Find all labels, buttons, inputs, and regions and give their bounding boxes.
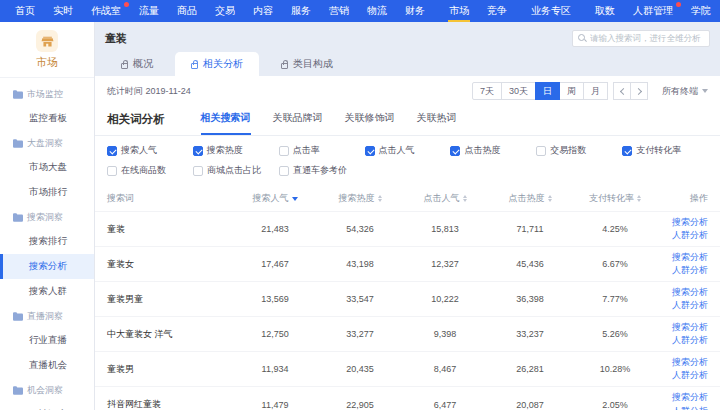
tab-category-composition[interactable]: 类目构成 bbox=[265, 52, 349, 76]
crowd-analysis-link[interactable]: 人群分析 bbox=[662, 369, 709, 382]
chevron-right-icon bbox=[634, 87, 641, 94]
sidebar-item-live-opportunity[interactable]: 直播机会 bbox=[0, 353, 94, 378]
subtab-hot-words[interactable]: 关联热词 bbox=[417, 111, 457, 135]
nav-item-finance[interactable]: 财务 bbox=[396, 0, 434, 22]
checkbox-checked-icon bbox=[622, 146, 632, 156]
crowd-analysis-link[interactable]: 人群分析 bbox=[662, 229, 709, 242]
search-analysis-link[interactable]: 搜索分析 bbox=[662, 216, 709, 229]
nav-item-traffic[interactable]: 流量 bbox=[130, 0, 168, 22]
col-pay-rate[interactable]: 支付转化率 bbox=[573, 186, 658, 212]
keyword-search-box bbox=[572, 30, 710, 47]
table-row: 童装男童 13,569 33,547 10,222 36,398 7.77% 搜… bbox=[95, 282, 720, 317]
subtab-modifier-words[interactable]: 关联修饰词 bbox=[345, 111, 395, 135]
crowd-analysis-link[interactable]: 人群分析 bbox=[662, 405, 709, 410]
checkbox-search-pop[interactable]: 搜索人气 bbox=[107, 144, 193, 157]
actions-cell: 搜索分析 人群分析 bbox=[658, 387, 720, 410]
keyword-cell[interactable]: 童装男童 bbox=[95, 282, 233, 317]
nav-item-content[interactable]: 内容 bbox=[244, 0, 282, 22]
keyword-cell[interactable]: 童装 bbox=[95, 212, 233, 247]
terminal-dropdown[interactable]: 所有终端 bbox=[662, 85, 708, 98]
nav-item-academy[interactable]: 学院 bbox=[682, 0, 720, 22]
checkbox-mall-click-share[interactable]: 商城点击占比 bbox=[193, 164, 279, 177]
range-month-button[interactable]: 月 bbox=[583, 82, 608, 100]
col-search-pop[interactable]: 搜索人气 bbox=[233, 186, 318, 212]
tab-label: 概况 bbox=[133, 57, 153, 71]
nav-item-products[interactable]: 商品 bbox=[168, 0, 206, 22]
click-heat-cell: 71,711 bbox=[488, 212, 573, 247]
checkbox-label: 在线商品数 bbox=[121, 164, 166, 177]
nav-label: 业务专区 bbox=[531, 5, 571, 16]
crowd-analysis-link[interactable]: 人群分析 bbox=[662, 334, 709, 347]
pay-rate-cell: 6.67% bbox=[573, 247, 658, 282]
table-row: 童装 21,483 54,326 15,813 71,711 4.25% 搜索分… bbox=[95, 212, 720, 247]
sidebar-item-search-crowd[interactable]: 搜索人群 bbox=[0, 279, 94, 304]
page-title: 童装 bbox=[105, 31, 127, 46]
metric-row-2: 在线商品数 商城点击占比 直通车参考价 bbox=[107, 164, 708, 177]
sidebar-item-industry-live[interactable]: 行业直播 bbox=[0, 328, 94, 353]
sidebar-item-market-overview[interactable]: 市场大盘 bbox=[0, 155, 94, 180]
tab-related-analysis[interactable]: 相关分析 bbox=[175, 52, 259, 76]
sidebar-item-search-ranking[interactable]: 搜索排行 bbox=[0, 229, 94, 254]
nav-item-marketing[interactable]: 营销 bbox=[320, 0, 358, 22]
subtab-related-search-words[interactable]: 相关搜索词 bbox=[201, 111, 251, 135]
nav-item-war-room[interactable]: 作战室 bbox=[82, 0, 130, 22]
nav-item-competition[interactable]: 竞争 bbox=[478, 0, 516, 22]
search-analysis-link[interactable]: 搜索分析 bbox=[662, 391, 709, 404]
search-analysis-link[interactable]: 搜索分析 bbox=[662, 356, 709, 369]
checkbox-pay-conversion[interactable]: 支付转化率 bbox=[622, 144, 708, 157]
sidebar-item-monitor-board[interactable]: 监控看板 bbox=[0, 106, 94, 131]
range-30d-button[interactable]: 30天 bbox=[501, 82, 536, 100]
nav-item-business-zone[interactable]: 业务专区 bbox=[522, 0, 580, 22]
click-pop-cell: 10,222 bbox=[403, 282, 488, 317]
sidebar-item-market-ranking[interactable]: 市场排行 bbox=[0, 180, 94, 205]
search-analysis-link[interactable]: 搜索分析 bbox=[662, 251, 709, 264]
sidebar-item-search-analysis[interactable]: 搜索分析 bbox=[0, 254, 94, 279]
red-dot-badge bbox=[124, 2, 129, 7]
search-analysis-link[interactable]: 搜索分析 bbox=[662, 286, 709, 299]
prev-date-button[interactable] bbox=[613, 82, 631, 100]
subtab-brand-words[interactable]: 关联品牌词 bbox=[273, 111, 323, 135]
menu-group-label: 机会洞察 bbox=[27, 384, 63, 397]
nav-item-realtime[interactable]: 实时 bbox=[44, 0, 82, 22]
search-analysis-link[interactable]: 搜索分析 bbox=[662, 321, 709, 334]
table-row: 童装男 11,934 20,435 8,467 26,281 10.28% 搜索… bbox=[95, 352, 720, 387]
checkbox-online-items[interactable]: 在线商品数 bbox=[107, 164, 193, 177]
sidebar-item-attribute-insight[interactable]: 属性洞察 bbox=[0, 402, 94, 410]
col-click-heat[interactable]: 点击热度 bbox=[488, 186, 573, 212]
menu-item-label: 直播机会 bbox=[29, 359, 67, 370]
checkbox-click-pop[interactable]: 点击人气 bbox=[365, 144, 451, 157]
keyword-cell[interactable]: 童装女 bbox=[95, 247, 233, 282]
next-date-button[interactable] bbox=[630, 82, 648, 100]
checkbox-trade-index[interactable]: 交易指数 bbox=[536, 144, 622, 157]
nav-item-crowd-management[interactable]: 人群管理 bbox=[624, 0, 682, 22]
checkbox-ztc-ref-price[interactable]: 直通车参考价 bbox=[279, 164, 365, 177]
keyword-cell[interactable]: 童装男 bbox=[95, 352, 233, 387]
col-click-pop[interactable]: 点击人气 bbox=[403, 186, 488, 212]
nav-item-service[interactable]: 服务 bbox=[282, 0, 320, 22]
tab-overview[interactable]: 概况 bbox=[105, 52, 169, 76]
crowd-analysis-link[interactable]: 人群分析 bbox=[662, 264, 709, 277]
range-day-button[interactable]: 日 bbox=[535, 82, 560, 100]
title-row: 童装 bbox=[105, 27, 710, 49]
crowd-analysis-link[interactable]: 人群分析 bbox=[662, 299, 709, 312]
search-input[interactable] bbox=[590, 33, 704, 43]
checkbox-search-heat[interactable]: 搜索热度 bbox=[193, 144, 279, 157]
nav-label: 学院 bbox=[691, 5, 711, 16]
nav-item-trade[interactable]: 交易 bbox=[206, 0, 244, 22]
metric-row-1: 搜索人气 搜索热度 点击率 点击人气 点击热度 交易指数 支付转化率 bbox=[107, 144, 708, 157]
range-week-button[interactable]: 周 bbox=[559, 82, 584, 100]
click-pop-cell: 12,327 bbox=[403, 247, 488, 282]
keyword-cell[interactable]: 抖音网红童装 bbox=[95, 387, 233, 410]
keyword-cell[interactable]: 中大童装女 洋气 bbox=[95, 317, 233, 352]
col-search-heat[interactable]: 搜索热度 bbox=[318, 186, 403, 212]
nav-item-data-fetch[interactable]: 取数 bbox=[586, 0, 624, 22]
nav-item-home[interactable]: 首页 bbox=[6, 0, 44, 22]
nav-label: 市场 bbox=[449, 5, 469, 16]
range-7d-button[interactable]: 7天 bbox=[472, 82, 502, 100]
checkbox-click-heat[interactable]: 点击热度 bbox=[450, 144, 536, 157]
main-content: 童装 概况 相关分析 类目构成 bbox=[95, 22, 720, 410]
nav-item-market[interactable]: 市场 bbox=[440, 0, 478, 22]
checkbox-click-rate[interactable]: 点击率 bbox=[279, 144, 365, 157]
menu-group-label: 搜索洞察 bbox=[27, 211, 63, 224]
nav-item-logistics[interactable]: 物流 bbox=[358, 0, 396, 22]
